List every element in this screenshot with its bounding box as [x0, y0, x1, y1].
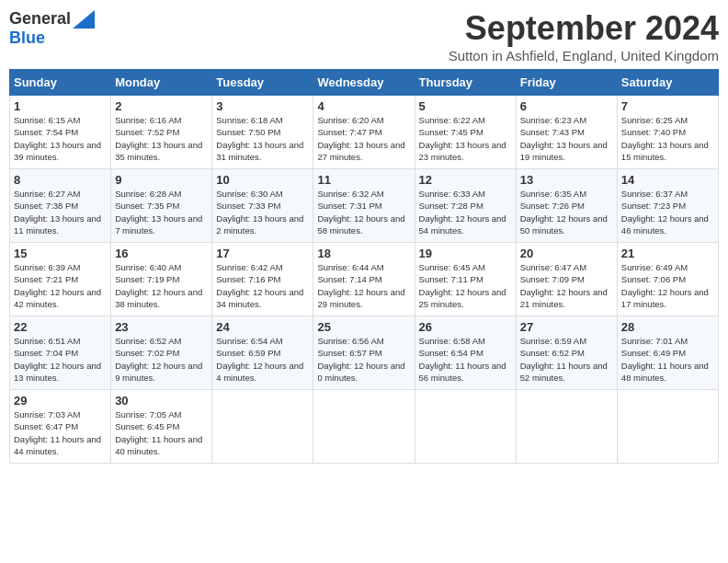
calendar-cell: 23Sunrise: 6:52 AMSunset: 7:02 PMDayligh… [111, 316, 212, 390]
calendar-week-row-1: 1Sunrise: 6:15 AMSunset: 7:54 PMDaylight… [10, 96, 719, 169]
day-number: 18 [317, 247, 410, 260]
calendar-cell: 30Sunrise: 7:05 AMSunset: 6:45 PMDayligh… [111, 390, 212, 464]
day-number: 2 [115, 99, 208, 113]
calendar-cell [617, 390, 718, 464]
day-number: 21 [621, 247, 714, 260]
calendar-cell: 19Sunrise: 6:45 AMSunset: 7:11 PMDayligh… [415, 243, 516, 316]
day-info: Sunrise: 6:40 AMSunset: 7:19 PMDaylight:… [115, 261, 208, 310]
day-number: 20 [520, 247, 613, 260]
day-info: Sunrise: 6:37 AMSunset: 7:23 PMDaylight:… [621, 188, 714, 236]
calendar-cell: 21Sunrise: 6:49 AMSunset: 7:06 PMDayligh… [617, 243, 718, 316]
day-number: 15 [14, 247, 107, 260]
logo-icon [73, 10, 95, 29]
day-info: Sunrise: 7:01 AMSunset: 6:49 PMDaylight:… [621, 335, 714, 384]
day-number: 30 [115, 394, 208, 408]
logo: General Blue [9, 9, 95, 48]
day-header-monday: Monday [111, 70, 212, 96]
location-subtitle: Sutton in Ashfield, England, United King… [449, 48, 719, 63]
calendar-cell: 24Sunrise: 6:54 AMSunset: 6:59 PMDayligh… [212, 316, 313, 390]
day-info: Sunrise: 6:28 AMSunset: 7:35 PMDaylight:… [115, 188, 208, 236]
day-header-tuesday: Tuesday [212, 70, 313, 96]
day-info: Sunrise: 6:33 AMSunset: 7:28 PMDaylight:… [419, 188, 512, 236]
day-number: 4 [317, 99, 410, 113]
day-number: 29 [14, 394, 107, 408]
day-info: Sunrise: 6:22 AMSunset: 7:45 PMDaylight:… [419, 114, 512, 163]
day-number: 11 [317, 173, 410, 187]
day-info: Sunrise: 6:16 AMSunset: 7:52 PMDaylight:… [115, 114, 208, 163]
calendar-cell: 9Sunrise: 6:28 AMSunset: 7:35 PMDaylight… [111, 169, 212, 243]
day-number: 24 [216, 320, 309, 334]
calendar-week-row-5: 29Sunrise: 7:03 AMSunset: 6:47 PMDayligh… [10, 390, 719, 464]
calendar-table: SundayMondayTuesdayWednesdayThursdayFrid… [9, 69, 719, 464]
calendar-cell: 17Sunrise: 6:42 AMSunset: 7:16 PMDayligh… [212, 243, 313, 316]
day-info: Sunrise: 6:23 AMSunset: 7:43 PMDaylight:… [520, 114, 613, 163]
calendar-cell: 12Sunrise: 6:33 AMSunset: 7:28 PMDayligh… [415, 169, 516, 243]
title-section: September 2024 Sutton in Ashfield, Engla… [449, 9, 719, 63]
day-info: Sunrise: 6:49 AMSunset: 7:06 PMDaylight:… [621, 261, 714, 310]
day-info: Sunrise: 6:32 AMSunset: 7:31 PMDaylight:… [317, 188, 410, 236]
day-number: 8 [14, 173, 107, 187]
logo-blue: Blue [9, 29, 45, 48]
svg-marker-0 [73, 10, 95, 29]
day-number: 7 [621, 99, 714, 113]
calendar-cell: 20Sunrise: 6:47 AMSunset: 7:09 PMDayligh… [516, 243, 617, 316]
calendar-cell [415, 390, 516, 464]
calendar-cell: 6Sunrise: 6:23 AMSunset: 7:43 PMDaylight… [516, 96, 617, 169]
day-number: 1 [14, 99, 107, 113]
month-title: September 2024 [449, 9, 719, 48]
day-number: 9 [115, 173, 208, 187]
calendar-cell: 4Sunrise: 6:20 AMSunset: 7:47 PMDaylight… [313, 96, 415, 169]
days-header-row: SundayMondayTuesdayWednesdayThursdayFrid… [10, 70, 719, 96]
day-info: Sunrise: 6:25 AMSunset: 7:40 PMDaylight:… [621, 114, 714, 163]
calendar-cell: 26Sunrise: 6:58 AMSunset: 6:54 PMDayligh… [415, 316, 516, 390]
calendar-cell: 22Sunrise: 6:51 AMSunset: 7:04 PMDayligh… [10, 316, 111, 390]
calendar-week-row-4: 22Sunrise: 6:51 AMSunset: 7:04 PMDayligh… [10, 316, 719, 390]
day-info: Sunrise: 6:18 AMSunset: 7:50 PMDaylight:… [216, 114, 309, 163]
calendar-cell: 10Sunrise: 6:30 AMSunset: 7:33 PMDayligh… [212, 169, 313, 243]
calendar-cell: 27Sunrise: 6:59 AMSunset: 6:52 PMDayligh… [516, 316, 617, 390]
day-info: Sunrise: 6:59 AMSunset: 6:52 PMDaylight:… [520, 335, 613, 384]
day-header-sunday: Sunday [10, 70, 111, 96]
day-number: 16 [115, 247, 208, 260]
day-header-friday: Friday [516, 70, 617, 96]
day-number: 12 [419, 173, 512, 187]
day-number: 27 [520, 320, 613, 334]
day-info: Sunrise: 6:39 AMSunset: 7:21 PMDaylight:… [14, 261, 107, 310]
calendar-cell: 1Sunrise: 6:15 AMSunset: 7:54 PMDaylight… [10, 96, 111, 169]
day-info: Sunrise: 6:51 AMSunset: 7:04 PMDaylight:… [14, 335, 107, 384]
day-number: 17 [216, 247, 309, 260]
calendar-cell: 7Sunrise: 6:25 AMSunset: 7:40 PMDaylight… [617, 96, 718, 169]
day-info: Sunrise: 6:47 AMSunset: 7:09 PMDaylight:… [520, 261, 613, 310]
calendar-cell [516, 390, 617, 464]
day-info: Sunrise: 6:58 AMSunset: 6:54 PMDaylight:… [419, 335, 512, 384]
day-info: Sunrise: 7:05 AMSunset: 6:45 PMDaylight:… [115, 408, 208, 457]
logo-general: General [9, 9, 71, 29]
day-number: 14 [621, 173, 714, 187]
day-info: Sunrise: 7:03 AMSunset: 6:47 PMDaylight:… [14, 408, 107, 457]
calendar-cell: 3Sunrise: 6:18 AMSunset: 7:50 PMDaylight… [212, 96, 313, 169]
calendar-cell: 2Sunrise: 6:16 AMSunset: 7:52 PMDaylight… [111, 96, 212, 169]
day-info: Sunrise: 6:20 AMSunset: 7:47 PMDaylight:… [317, 114, 410, 163]
day-header-wednesday: Wednesday [313, 70, 415, 96]
calendar-week-row-3: 15Sunrise: 6:39 AMSunset: 7:21 PMDayligh… [10, 243, 719, 316]
calendar-cell [313, 390, 415, 464]
calendar-cell: 18Sunrise: 6:44 AMSunset: 7:14 PMDayligh… [313, 243, 415, 316]
calendar-cell: 15Sunrise: 6:39 AMSunset: 7:21 PMDayligh… [10, 243, 111, 316]
calendar-cell [212, 390, 313, 464]
page-header: General Blue September 2024 Sutton in As… [9, 9, 719, 63]
day-number: 10 [216, 173, 309, 187]
day-info: Sunrise: 6:45 AMSunset: 7:11 PMDaylight:… [419, 261, 512, 310]
day-number: 23 [115, 320, 208, 334]
calendar-cell: 14Sunrise: 6:37 AMSunset: 7:23 PMDayligh… [617, 169, 718, 243]
calendar-cell: 28Sunrise: 7:01 AMSunset: 6:49 PMDayligh… [617, 316, 718, 390]
calendar-cell: 16Sunrise: 6:40 AMSunset: 7:19 PMDayligh… [111, 243, 212, 316]
day-header-saturday: Saturday [617, 70, 718, 96]
day-number: 13 [520, 173, 613, 187]
calendar-week-row-2: 8Sunrise: 6:27 AMSunset: 7:38 PMDaylight… [10, 169, 719, 243]
day-number: 6 [520, 99, 613, 113]
calendar-cell: 5Sunrise: 6:22 AMSunset: 7:45 PMDaylight… [415, 96, 516, 169]
day-info: Sunrise: 6:56 AMSunset: 6:57 PMDaylight:… [317, 335, 410, 384]
day-info: Sunrise: 6:44 AMSunset: 7:14 PMDaylight:… [317, 261, 410, 310]
calendar-cell: 11Sunrise: 6:32 AMSunset: 7:31 PMDayligh… [313, 169, 415, 243]
day-info: Sunrise: 6:27 AMSunset: 7:38 PMDaylight:… [14, 188, 107, 236]
